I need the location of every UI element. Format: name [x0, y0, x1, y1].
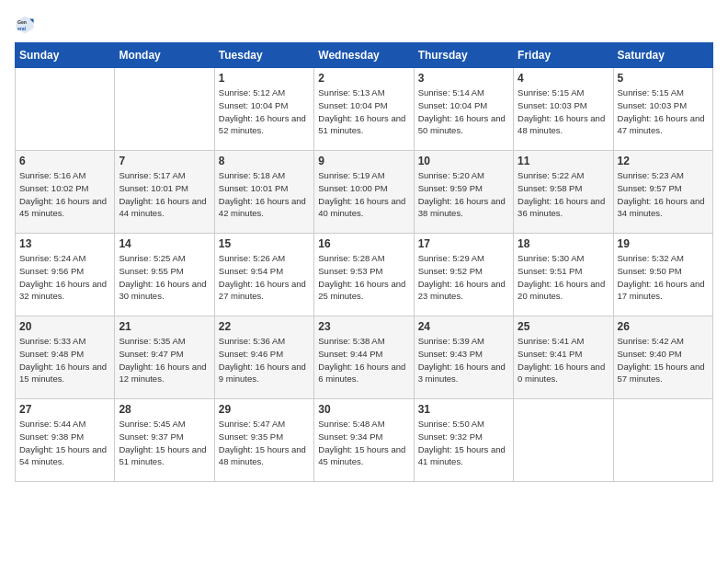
day-number: 14	[119, 237, 210, 250]
day-info: Sunrise: 5:22 AM Sunset: 9:58 PM Dayligh…	[518, 169, 609, 220]
day-info: Sunrise: 5:38 AM Sunset: 9:44 PM Dayligh…	[318, 335, 409, 385]
daylight-text: Daylight: 15 hours and 48 minutes.	[219, 444, 306, 467]
day-number: 30	[318, 403, 409, 416]
calendar-cell: 30 Sunrise: 5:48 AM Sunset: 9:34 PM Dayl…	[314, 399, 414, 482]
sunrise-text: Sunrise: 5:32 AM	[618, 253, 684, 263]
daylight-text: Daylight: 16 hours and 52 minutes.	[219, 113, 306, 136]
sunset-text: Sunset: 10:01 PM	[119, 183, 188, 193]
daylight-text: Daylight: 16 hours and 23 minutes.	[418, 279, 506, 302]
sunset-text: Sunset: 9:51 PM	[518, 266, 582, 276]
daylight-text: Daylight: 16 hours and 32 minutes.	[19, 279, 107, 302]
sunset-text: Sunset: 10:04 PM	[219, 100, 289, 110]
calendar-cell	[514, 399, 613, 482]
day-info: Sunrise: 5:18 AM Sunset: 10:01 PM Daylig…	[219, 169, 310, 220]
calendar-cell: 19 Sunrise: 5:32 AM Sunset: 9:50 PM Dayl…	[613, 234, 712, 316]
daylight-text: Daylight: 16 hours and 38 minutes.	[418, 196, 506, 219]
calendar-cell: 17 Sunrise: 5:29 AM Sunset: 9:52 PM Dayl…	[414, 234, 513, 316]
calendar-cell	[16, 68, 115, 151]
calendar-week-row: 20 Sunrise: 5:33 AM Sunset: 9:48 PM Dayl…	[16, 316, 713, 399]
day-info: Sunrise: 5:50 AM Sunset: 9:32 PM Dayligh…	[418, 418, 509, 468]
daylight-text: Daylight: 15 hours and 45 minutes.	[318, 444, 405, 467]
calendar-cell: 21 Sunrise: 5:35 AM Sunset: 9:47 PM Dayl…	[115, 316, 214, 399]
sunrise-text: Sunrise: 5:15 AM	[518, 87, 584, 98]
day-number: 20	[19, 320, 110, 333]
sunset-text: Sunset: 10:01 PM	[219, 183, 289, 193]
day-info: Sunrise: 5:28 AM Sunset: 9:53 PM Dayligh…	[318, 252, 409, 303]
daylight-text: Daylight: 15 hours and 54 minutes.	[19, 444, 107, 467]
calendar-table: SundayMondayTuesdayWednesdayThursdayFrid…	[15, 42, 713, 482]
day-info: Sunrise: 5:48 AM Sunset: 9:34 PM Dayligh…	[318, 418, 409, 468]
sunset-text: Sunset: 9:41 PM	[518, 349, 582, 359]
calendar-cell: 3 Sunrise: 5:14 AM Sunset: 10:04 PM Dayl…	[414, 68, 513, 151]
day-info: Sunrise: 5:25 AM Sunset: 9:55 PM Dayligh…	[119, 252, 210, 303]
day-number: 31	[418, 403, 509, 416]
day-number: 12	[618, 155, 709, 167]
day-info: Sunrise: 5:17 AM Sunset: 10:01 PM Daylig…	[119, 169, 210, 220]
sunrise-text: Sunrise: 5:38 AM	[318, 336, 384, 346]
daylight-text: Daylight: 16 hours and 48 minutes.	[518, 113, 605, 136]
day-number: 7	[119, 155, 210, 167]
calendar-cell: 27 Sunrise: 5:44 AM Sunset: 9:38 PM Dayl…	[16, 399, 115, 482]
day-number: 5	[618, 72, 709, 85]
sunrise-text: Sunrise: 5:13 AM	[318, 87, 384, 98]
day-info: Sunrise: 5:26 AM Sunset: 9:54 PM Dayligh…	[219, 252, 310, 303]
sunset-text: Sunset: 9:34 PM	[318, 431, 382, 442]
calendar-cell: 29 Sunrise: 5:47 AM Sunset: 9:35 PM Dayl…	[214, 399, 313, 482]
day-number: 19	[618, 237, 709, 250]
svg-text:Gen: Gen	[17, 19, 27, 25]
day-number: 8	[219, 155, 310, 167]
day-number: 21	[119, 320, 210, 333]
sunrise-text: Sunrise: 5:14 AM	[418, 87, 484, 98]
daylight-text: Daylight: 15 hours and 57 minutes.	[618, 362, 705, 385]
day-number: 3	[418, 72, 509, 85]
calendar-cell	[613, 399, 712, 482]
day-info: Sunrise: 5:16 AM Sunset: 10:02 PM Daylig…	[19, 169, 110, 220]
daylight-text: Daylight: 15 hours and 41 minutes.	[418, 444, 506, 467]
day-number: 6	[19, 155, 110, 167]
daylight-text: Daylight: 16 hours and 34 minutes.	[618, 196, 705, 219]
sunrise-text: Sunrise: 5:17 AM	[119, 170, 185, 180]
calendar-cell: 11 Sunrise: 5:22 AM Sunset: 9:58 PM Dayl…	[514, 151, 613, 234]
daylight-text: Daylight: 16 hours and 45 minutes.	[19, 196, 107, 219]
sunrise-text: Sunrise: 5:20 AM	[418, 170, 484, 180]
daylight-text: Daylight: 16 hours and 17 minutes.	[618, 279, 705, 302]
daylight-text: Daylight: 16 hours and 47 minutes.	[618, 113, 705, 136]
sunrise-text: Sunrise: 5:30 AM	[518, 253, 584, 263]
day-info: Sunrise: 5:30 AM Sunset: 9:51 PM Dayligh…	[518, 252, 609, 303]
day-number: 10	[418, 155, 509, 167]
weekday-header: Monday	[115, 43, 214, 68]
day-info: Sunrise: 5:45 AM Sunset: 9:37 PM Dayligh…	[119, 418, 210, 468]
day-info: Sunrise: 5:15 AM Sunset: 10:03 PM Daylig…	[618, 86, 709, 137]
day-number: 15	[219, 237, 310, 250]
sunset-text: Sunset: 9:40 PM	[618, 349, 682, 359]
daylight-text: Daylight: 15 hours and 51 minutes.	[119, 444, 206, 467]
day-number: 24	[418, 320, 509, 333]
sunset-text: Sunset: 9:38 PM	[19, 431, 84, 442]
logo: Gen eral	[15, 15, 39, 35]
calendar-cell: 7 Sunrise: 5:17 AM Sunset: 10:01 PM Dayl…	[115, 151, 214, 234]
sunrise-text: Sunrise: 5:50 AM	[418, 419, 484, 429]
logo-icon: Gen eral	[15, 15, 35, 35]
sunset-text: Sunset: 9:56 PM	[19, 266, 84, 276]
day-info: Sunrise: 5:13 AM Sunset: 10:04 PM Daylig…	[318, 86, 409, 137]
day-info: Sunrise: 5:23 AM Sunset: 9:57 PM Dayligh…	[618, 169, 709, 220]
calendar-week-row: 1 Sunrise: 5:12 AM Sunset: 10:04 PM Dayl…	[16, 68, 713, 151]
calendar-week-row: 13 Sunrise: 5:24 AM Sunset: 9:56 PM Dayl…	[16, 234, 713, 316]
sunset-text: Sunset: 9:47 PM	[119, 349, 183, 359]
calendar-cell	[115, 68, 214, 151]
day-number: 2	[318, 72, 409, 85]
sunset-text: Sunset: 9:54 PM	[219, 266, 283, 276]
sunrise-text: Sunrise: 5:45 AM	[119, 419, 185, 429]
daylight-text: Daylight: 16 hours and 42 minutes.	[219, 196, 306, 219]
sunrise-text: Sunrise: 5:15 AM	[618, 87, 684, 98]
day-info: Sunrise: 5:41 AM Sunset: 9:41 PM Dayligh…	[518, 335, 609, 385]
sunset-text: Sunset: 9:32 PM	[418, 431, 483, 442]
sunset-text: Sunset: 10:04 PM	[318, 100, 388, 110]
sunrise-text: Sunrise: 5:48 AM	[318, 419, 384, 429]
sunset-text: Sunset: 10:03 PM	[618, 100, 688, 110]
day-number: 29	[219, 403, 310, 416]
sunrise-text: Sunrise: 5:12 AM	[219, 87, 285, 98]
daylight-text: Daylight: 16 hours and 6 minutes.	[318, 362, 405, 385]
day-info: Sunrise: 5:39 AM Sunset: 9:43 PM Dayligh…	[418, 335, 509, 385]
day-number: 16	[318, 237, 409, 250]
